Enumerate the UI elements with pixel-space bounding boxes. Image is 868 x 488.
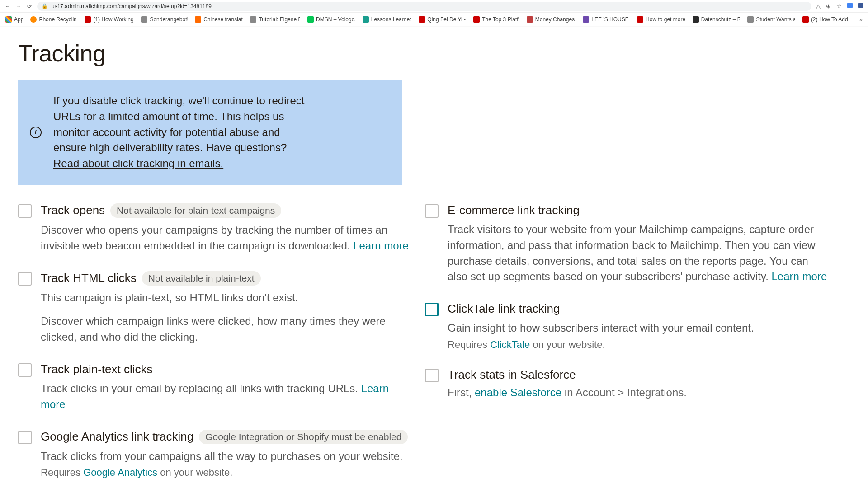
learn-more-link[interactable]: Learn more [772,270,827,282]
page-content: Tracking i If you disable click tracking… [0,26,845,488]
option-title: ClickTale link tracking [448,302,560,316]
bookmark-item[interactable]: Phone Recycling ... [30,16,77,23]
option-track-opens: Track opens Not available for plain-text… [18,203,411,254]
option-subtext: Requires Google Analytics on your websit… [41,467,411,479]
bookmark-item[interactable]: Sonderangebot! |... [141,16,188,23]
option-desc: This campaign is plain-text, so HTML lin… [41,290,411,306]
url-bar[interactable]: 🔒 us17.admin.mailchimp.com/campaigns/wiz… [37,2,811,11]
forward-button[interactable]: → [15,3,22,9]
bookmark-item[interactable]: (1) How Working a... [85,16,134,23]
back-button[interactable]: ← [5,3,11,9]
option-clicktale: ClickTale link tracking Gain insight to … [425,302,827,351]
option-desc: Track clicks from your campaigns all the… [41,449,411,465]
option-track-html-clicks: Track HTML clicks Not available in plain… [18,271,411,345]
option-salesforce: Track stats in Salesforce First, enable … [425,368,827,399]
option-title: Track opens [41,203,105,217]
checkbox-track-html-clicks[interactable] [18,272,32,286]
option-desc: Discover who opens your campaigns by tra… [41,222,411,254]
option-desc: Discover which campaign links were click… [41,314,411,345]
bookmark-item[interactable]: Chinese translatio... [195,16,243,23]
bookmark-item[interactable]: Datenschutz – Re... [693,16,741,23]
option-desc: Gain insight to how subscribers interact… [448,320,827,336]
salesforce-link[interactable]: enable Salesforce [475,386,561,399]
option-subtext: First, enable Salesforce in Account > In… [448,386,827,399]
checkbox-salesforce[interactable] [425,369,439,382]
translate-icon[interactable]: △ [816,3,821,9]
option-desc: Track clicks in your email by replacing … [41,381,411,413]
bookmarks-overflow[interactable]: » [856,16,863,23]
star-icon[interactable]: ☆ [836,3,842,9]
extension-icon-2[interactable] [858,3,863,8]
checkbox-track-opens[interactable] [18,204,32,218]
option-title: Track plain-text clicks [41,362,153,376]
browser-actions: △ ⊕ ☆ [816,3,863,9]
option-desc: Track visitors to your website from your… [448,222,827,285]
info-banner-message: If you disable click tracking, we'll con… [53,94,305,154]
checkbox-clicktale[interactable] [425,303,439,316]
options-col-right: E-commerce link tracking Track visitors … [425,203,827,416]
bookmark-item[interactable]: The Top 3 Platfor... [473,16,519,23]
option-badge: Not available for plain-text campaigns [110,203,281,218]
reload-button[interactable]: ⟳ [26,3,33,9]
extension-icon[interactable] [847,3,853,8]
bookmark-apps[interactable]: Apps [5,16,23,23]
info-icon: i [30,127,42,138]
bookmark-item[interactable]: (2) How To Add A... [802,16,849,23]
option-subtext: Requires ClickTale on your website. [448,339,827,351]
info-banner: i If you disable click tracking, we'll c… [18,80,402,185]
browser-toolbar: ← → ⟳ 🔒 us17.admin.mailchimp.com/campaig… [0,0,868,13]
url-text: us17.admin.mailchimp.com/campaigns/wizar… [52,3,212,9]
bookmark-item[interactable]: Tutorial: Eigene Fa... [250,16,300,23]
learn-more-link[interactable]: Learn more [353,239,409,252]
bookmark-item[interactable]: Lessons Learned f... [363,16,412,23]
option-track-plain-clicks: Track plain-text clicks Track clicks in … [18,362,411,413]
info-banner-text: If you disable click tracking, we'll con… [53,93,307,172]
options-col-left: Track opens Not available for plain-text… [18,203,411,488]
bookmark-item[interactable]: Money Changes E... [527,16,576,23]
option-badge: Not available in plain-text [142,271,261,286]
option-google-analytics: Google Analytics link tracking Google In… [18,430,411,479]
option-title: Track HTML clicks [41,271,137,285]
bookmark-item[interactable]: How to get more v... [637,16,685,23]
bookmark-item[interactable]: LEE 'S HOUSE - ... [583,16,630,23]
checkbox-google-analytics[interactable] [18,431,32,444]
option-title: E-commerce link tracking [448,203,580,217]
info-banner-link[interactable]: Read about click tracking in emails. [53,157,223,169]
bookmark-item[interactable]: Qing Fei De Yi - Y... [419,16,466,23]
option-title: Track stats in Salesforce [448,368,576,382]
checkbox-ecommerce-tracking[interactable] [425,204,439,218]
option-badge: Google Integration or Shopify must be en… [199,430,408,444]
bookmark-item[interactable]: Student Wants an... [747,16,795,23]
lock-icon: 🔒 [42,3,48,9]
bookmarks-bar: Apps Phone Recycling ... (1) How Working… [0,13,868,26]
clicktale-link[interactable]: ClickTale [490,339,530,350]
bookmark-item[interactable]: DMSN – Vologda,... [307,16,355,23]
checkbox-track-plain-clicks[interactable] [18,363,32,377]
google-analytics-link[interactable]: Google Analytics [83,467,157,478]
zoom-icon[interactable]: ⊕ [826,3,831,9]
option-ecommerce-tracking: E-commerce link tracking Track visitors … [425,203,827,285]
option-title: Google Analytics link tracking [41,430,193,444]
heading-tracking: Tracking [18,40,836,67]
